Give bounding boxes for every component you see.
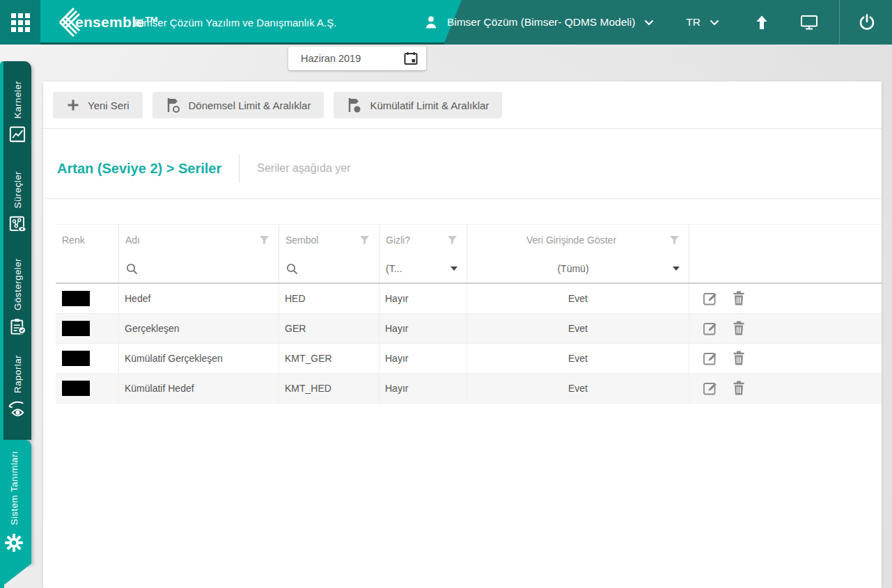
gizli-filter-dropdown[interactable]: (T...: [386, 263, 457, 274]
series-toolbar: Yeni Seri Dönemsel Limit & Aralıklar Küm…: [43, 81, 882, 129]
table-row: Kümülatif Gerçekleşen KMT_GER Hayır Evet: [56, 344, 882, 374]
sidebar-item-sistem-tanimlari[interactable]: Sistem Tanımları: [0, 440, 28, 553]
cell-symbol: KMT_HED: [279, 374, 379, 403]
sidebar-active-item[interactable]: Sistem Tanımları: [0, 440, 31, 564]
filter-icon[interactable]: [447, 235, 457, 245]
sidebar-item-karneler[interactable]: Karneler: [3, 81, 31, 144]
flag-filled-circle-icon: [347, 97, 362, 113]
search-icon: [285, 262, 299, 276]
page-subtitle: Seriler aşağıda yer: [257, 162, 350, 175]
upload-arrow-icon[interactable]: [754, 14, 769, 31]
cell-hidden: Hayır: [379, 284, 467, 313]
cell-name: Hedef: [118, 284, 279, 313]
edit-icon[interactable]: [702, 290, 719, 307]
cell-show: Evet: [467, 374, 689, 403]
filter-cell-actions: [689, 255, 882, 283]
cell-name: Gerçekleşen: [118, 314, 279, 343]
sidebar-item-gostergeler[interactable]: Göstergeler: [3, 258, 31, 336]
filter-cell-renk: [56, 255, 118, 283]
column-header-gizli: Gizli?: [379, 225, 467, 255]
plus-icon: [66, 98, 80, 112]
cell-hidden: Hayır: [379, 344, 467, 373]
user-chevron-down-icon[interactable]: [644, 19, 654, 26]
sidebar-item-surecler[interactable]: Süreçler: [3, 171, 31, 234]
veri-filter-dropdown[interactable]: (Tümü): [474, 263, 680, 274]
filter-icon[interactable]: [259, 235, 269, 245]
adi-search-input[interactable]: [125, 262, 269, 276]
apps-grid-icon: [11, 13, 30, 32]
color-swatch: [62, 381, 90, 396]
edit-icon[interactable]: [702, 380, 719, 397]
reports-icon: [8, 400, 28, 419]
process-icon: [8, 215, 27, 234]
power-icon[interactable]: [859, 14, 875, 31]
table-row: Gerçekleşen GER Hayır Evet: [56, 314, 882, 344]
edit-icon[interactable]: [702, 320, 719, 337]
calendar-icon[interactable]: [403, 51, 418, 66]
app-header: ensemble™ Bimser Çözüm Yazılım ve Danışm…: [0, 0, 892, 45]
monitor-icon[interactable]: [800, 14, 818, 31]
new-series-button[interactable]: Yeni Seri: [53, 92, 143, 118]
header-divider: [839, 0, 840, 45]
search-icon: [125, 262, 139, 276]
breadcrumb: Artan (Seviye 2) > Seriler: [57, 161, 221, 177]
periodic-limits-label: Dönemsel Limit & Aralıklar: [189, 100, 311, 111]
new-series-label: Yeni Seri: [88, 100, 130, 111]
cell-symbol: KMT_GER: [279, 344, 379, 373]
dropdown-caret-icon: [451, 267, 457, 271]
page-title-row: Artan (Seviye 2) > Seriler Seriler aşağı…: [43, 154, 882, 183]
table-filter-row: (T... (Tümü): [56, 255, 882, 284]
column-header-veri-girisinde-goster: Veri Girişinde Göster: [467, 225, 689, 255]
color-swatch: [62, 351, 90, 366]
table-header-row: Renk Adı Sembol Gizli? Ve: [56, 224, 882, 255]
cell-show: Evet: [467, 314, 689, 343]
indicators-icon: [8, 317, 27, 336]
filter-cell-sembol: [279, 255, 379, 283]
language-selector[interactable]: TR: [686, 16, 701, 29]
periodic-limits-button[interactable]: Dönemsel Limit & Aralıklar: [152, 92, 324, 118]
cell-symbol: GER: [279, 314, 379, 343]
cell-name: Kümülatif Gerçekleşen: [118, 344, 279, 373]
table-row: Kümülatif Hedef KMT_HED Hayır Evet: [56, 374, 882, 404]
sidebar-active-tail: [0, 564, 31, 588]
sidebar-item-label: Raporlar: [13, 355, 23, 393]
sidebar-item-raporlar[interactable]: Raporlar: [3, 355, 31, 419]
delete-icon[interactable]: [732, 380, 746, 397]
title-divider: [239, 154, 240, 183]
sidebar-item-label: Süreçler: [13, 171, 23, 208]
column-header-adi: Adı: [118, 225, 279, 255]
column-header-sembol: Sembol: [279, 225, 379, 255]
sembol-search-input[interactable]: [285, 262, 370, 276]
delete-icon[interactable]: [732, 320, 746, 337]
content-card: Yeni Seri Dönemsel Limit & Aralıklar Küm…: [43, 81, 882, 588]
cell-hidden: Hayır: [379, 314, 467, 343]
user-icon: [423, 15, 439, 30]
cell-show: Evet: [467, 284, 689, 313]
cell-name: Kümülatif Hedef: [118, 374, 279, 403]
cell-show: Evet: [467, 344, 689, 373]
app-launcher-button[interactable]: [0, 0, 40, 45]
color-swatch: [62, 321, 90, 336]
language-chevron-down-icon[interactable]: [710, 19, 719, 26]
sidebar-item-label: Karneler: [13, 81, 23, 118]
period-datepicker[interactable]: Haziran 2019: [288, 47, 426, 70]
column-header-actions: [689, 225, 882, 255]
filter-icon[interactable]: [359, 235, 370, 245]
datepicker-value[interactable]: Haziran 2019: [288, 53, 403, 64]
cell-hidden: Hayır: [379, 374, 467, 403]
delete-icon[interactable]: [732, 350, 746, 367]
table-row: Hedef HED Hayır Evet: [56, 284, 882, 314]
column-header-renk: Renk: [56, 225, 118, 255]
filter-icon[interactable]: [669, 235, 680, 245]
edit-icon[interactable]: [702, 350, 719, 367]
company-name: Bimser Çözüm Yazılım ve Danışmanlık A.Ş.: [134, 0, 336, 45]
user-menu[interactable]: Bimser Çözüm (Bimser- QDMS Modeli): [447, 16, 635, 29]
cell-symbol: HED: [279, 284, 379, 313]
filter-cell-veri: (Tümü): [467, 255, 689, 283]
main-sidebar: Karneler Süreçler Göstergeler: [0, 61, 32, 588]
sidebar-item-label: Sistem Tanımları: [9, 451, 19, 525]
title-rule: [43, 198, 882, 199]
delete-icon[interactable]: [732, 290, 746, 307]
sidebar-item-label: Göstergeler: [13, 258, 23, 310]
cumulative-limits-button[interactable]: Kümülatif Limit & Aralıklar: [334, 92, 502, 118]
